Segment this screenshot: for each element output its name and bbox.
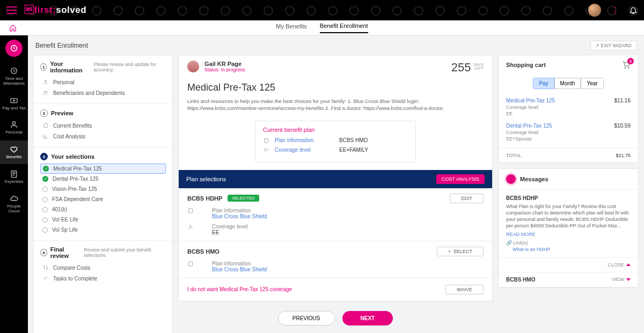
tab-benefit-enrollment[interactable]: Benefit Enrollment — [320, 23, 368, 33]
sidebar-vol-ee-life[interactable]: Vol EE Life — [40, 214, 166, 225]
home-icon[interactable] — [9, 24, 17, 32]
edit-plan-button[interactable]: EDIT — [450, 194, 484, 203]
sidebar-current-benefits[interactable]: Current Benefits — [40, 120, 166, 131]
tab-my-benefits[interactable]: My Benefits — [276, 23, 306, 33]
period-segment: Pay Month Year — [499, 75, 638, 94]
read-more-link[interactable]: READ MORE — [506, 232, 536, 237]
rail-personal[interactable]: Personal — [0, 116, 28, 139]
coverage-icon — [263, 147, 269, 153]
hamburger-menu[interactable] — [6, 6, 17, 14]
message-link-hdhp[interactable]: What is an HDHP — [513, 247, 631, 252]
notifications-icon[interactable] — [629, 6, 638, 14]
waive-button[interactable]: WAIVE — [445, 285, 484, 294]
svg-rect-13 — [189, 209, 193, 213]
plan-info-icon — [187, 208, 194, 214]
check-icon: ✓ — [42, 176, 48, 182]
employee-name: Gail KR Page — [204, 61, 245, 67]
svg-rect-2 — [11, 98, 17, 102]
cost-analysis-button[interactable]: COST ANALYSIS — [436, 174, 485, 184]
sidebar-vol-sp-life[interactable]: Vol Sp Life — [40, 225, 166, 235]
svg-rect-9 — [44, 124, 48, 128]
seg-month[interactable]: Month — [554, 78, 581, 89]
waive-coverage-link[interactable]: I do not want Medical Pre-Tax 125 covera… — [187, 286, 292, 292]
cart-icon[interactable]: 2 — [622, 61, 631, 69]
rail-benefits[interactable]: Benefits — [0, 140, 28, 164]
svg-point-6 — [45, 80, 47, 82]
selected-badge: SELECTED — [228, 195, 259, 202]
cart-total: TOTAL$21.75 — [499, 148, 638, 162]
sidebar-tasks-complete[interactable]: Tasks to Complete — [40, 273, 166, 284]
radio-icon — [42, 227, 48, 233]
plan-heading: Medical Pre-Tax 125 — [179, 80, 492, 98]
seg-year[interactable]: Year — [581, 78, 603, 89]
sidebar-medical-pretax[interactable]: ✓Medical Pre-Tax 125 — [40, 164, 166, 174]
radio-icon — [42, 197, 48, 202]
sidebar-beneficiaries[interactable]: Beneficiaries and Dependents — [40, 87, 166, 98]
plan-info-icon — [187, 261, 194, 267]
rail-expenses[interactable]: Expenses — [0, 165, 28, 189]
cart-count-badge: 2 — [627, 58, 634, 64]
employee-avatar — [187, 61, 199, 72]
svg-point-11 — [265, 149, 266, 150]
rail-pay-tax[interactable]: Pay and Tax — [0, 92, 28, 115]
brand-logo: first;solved — [25, 5, 86, 16]
step-2-icon: 2 — [40, 109, 48, 117]
plan-selections-label: Plan selections — [186, 176, 226, 182]
step-3-icon: 3 — [40, 153, 48, 160]
cart-item-medical[interactable]: Medical Pre-Tax 125$11.16 Coverage level… — [499, 94, 638, 120]
svg-point-7 — [44, 91, 46, 93]
svg-point-14 — [190, 225, 192, 227]
user-avatar[interactable] — [588, 4, 601, 17]
svg-point-12 — [267, 149, 268, 150]
radio-icon — [42, 217, 48, 223]
svg-point-4 — [12, 122, 15, 124]
check-icon: ✓ — [43, 166, 49, 172]
plan-description: Links and resources to help you make the… — [179, 98, 492, 119]
page-title: Benefit Enrollment — [35, 42, 88, 49]
wizard-sidebar: 1Your informationPlease review and updat… — [33, 55, 173, 333]
sidebar-personal[interactable]: Personal — [40, 77, 166, 87]
svg-point-17 — [628, 67, 629, 68]
current-benefit-plan-card: Current benefit plan Plan informationBCB… — [255, 121, 416, 162]
exit-wizard-button[interactable]: ↗ EXIT WIZARD — [590, 41, 636, 50]
cart-item-dental[interactable]: Dental Pre-Tax 125$10.59 Coverage levelE… — [499, 120, 638, 145]
plan-bcbs-hdhp: BCBS HDHP SELECTED EDIT Plan information… — [179, 188, 492, 241]
more-menu-icon[interactable]: ⋮ — [611, 5, 619, 16]
shopping-cart-title: Shopping cart — [506, 62, 546, 68]
sidebar-compare-costs[interactable]: Compare Costs — [40, 262, 166, 273]
quick-action-fab[interactable] — [5, 40, 23, 57]
chevron-down-icon — [626, 278, 631, 281]
sidebar-cost-analysis[interactable]: Cost Analysis — [40, 131, 166, 142]
previous-button[interactable]: PREVIOUS — [278, 311, 335, 325]
coverage-icon — [187, 224, 194, 230]
sidebar-fsa-dependent[interactable]: FSA Dependent Care — [40, 194, 166, 204]
plan-info-icon — [263, 137, 269, 144]
chevron-up-icon — [626, 263, 631, 266]
messages-title: Messages — [520, 176, 548, 182]
step-1-icon: 1 — [40, 63, 47, 71]
messages-icon — [506, 174, 516, 184]
step-4-icon: 4 — [40, 249, 47, 256]
radio-icon — [42, 207, 48, 212]
sidebar-vision-pretax[interactable]: Vision Pre-Tax 125 — [40, 184, 166, 194]
rail-time-attendance[interactable]: Time and Attendance — [0, 62, 28, 91]
svg-point-16 — [625, 67, 626, 68]
sidebar-401k[interactable]: 401(k) — [40, 204, 166, 214]
seg-pay[interactable]: Pay — [533, 78, 554, 89]
rail-people-cloud[interactable]: People Cloud — [0, 190, 28, 218]
message-close-row[interactable]: CLOSE — [499, 258, 638, 272]
svg-point-3 — [13, 100, 15, 101]
select-plan-button[interactable]: + SELECT — [437, 247, 484, 256]
message-bcbs-hmo[interactable]: BCBS HMO VIEW — [499, 272, 638, 287]
message-bcbs-hdhp: BCBS HDHP What Plan is right for your Fa… — [499, 190, 638, 258]
sidebar-dental-pretax[interactable]: ✓Dental Pre-Tax 125 — [40, 174, 166, 184]
days-left: 255 DAYSLEFT — [451, 61, 484, 75]
plan-bcbs-hmo: BCBS HMO + SELECT Plan informationBlue C… — [179, 241, 492, 278]
svg-rect-15 — [189, 262, 193, 266]
svg-point-8 — [47, 92, 48, 93]
radio-icon — [42, 187, 48, 192]
next-button[interactable]: NEXT — [342, 311, 393, 325]
enrollment-status: Status: In progress — [204, 67, 245, 72]
